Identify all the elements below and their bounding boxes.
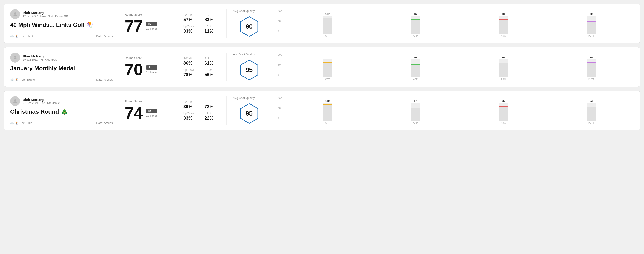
- bar-value-label: 98: [502, 13, 504, 15]
- chart-section: 100 50 0 101 OTT 86 APP 96: [272, 53, 634, 81]
- stats-section: FW Hit 86% GIR 61% Up/Down 78% 1 Putt 56…: [177, 53, 227, 81]
- data-source: Data: Arccos: [96, 34, 113, 38]
- updown-value: 78%: [184, 72, 199, 77]
- bar-x-label: ARG: [501, 78, 506, 81]
- quality-section: Avg Shot Quality 95: [227, 96, 272, 125]
- one-putt-stat: 1 Putt 56%: [204, 68, 220, 77]
- big-score: 74: [125, 105, 143, 121]
- tee-label: Tee: Black: [20, 34, 34, 38]
- quality-score: 95: [246, 110, 253, 117]
- big-score: 70: [125, 61, 143, 78]
- tee-info: ☁️ 🏌 Tee: Yellow: [10, 78, 35, 81]
- score-detail: +5 18 Holes: [146, 22, 158, 30]
- fw-hit-label: FW Hit: [184, 13, 199, 17]
- gir-value: 72%: [204, 104, 220, 109]
- holes-label: 18 Holes: [146, 27, 158, 30]
- gir-label: GIR: [204, 101, 220, 104]
- round-score-label: Round Score: [125, 100, 170, 103]
- bar-x-label: PUTT: [588, 122, 594, 124]
- round-score-label: Round Score: [125, 56, 170, 60]
- stats-section: FW Hit 36% GIR 72% Up/Down 33% 1 Putt 22…: [177, 96, 227, 125]
- updown-value: 33%: [184, 29, 199, 34]
- bar-x-label: APP: [413, 35, 418, 37]
- stats-grid: FW Hit 36% GIR 72% Up/Down 33% 1 Putt 22…: [184, 101, 220, 121]
- bag-icon: 🏌: [15, 78, 19, 81]
- round-score-label: Round Score: [125, 13, 170, 16]
- gir-stat: GIR 83%: [204, 13, 220, 22]
- chart-column: 86 APP: [373, 56, 458, 81]
- avatar: [10, 9, 20, 19]
- chart-column: 99 PUTT: [548, 56, 634, 81]
- card-left: Blair McHarg 29 Jan 2022 · Mill Ride GCC…: [10, 53, 118, 81]
- one-putt-label: 1 Putt: [204, 68, 220, 72]
- user-info: Blair McHarg 27 Dec 2021 · The Oxfordshi…: [23, 98, 60, 105]
- tee-label: Tee: Yellow: [20, 78, 35, 81]
- fw-hit-stat: FW Hit 86%: [184, 57, 199, 66]
- hexagon-container: 95: [233, 59, 265, 81]
- updown-label: Up/Down: [184, 112, 199, 115]
- score-section: Round Score 74 +2 18 Holes: [118, 96, 177, 125]
- bag-icon: 🏌: [15, 34, 19, 38]
- weather-icon: ☁️: [10, 121, 14, 125]
- gir-value: 83%: [204, 17, 220, 22]
- bar-value-label: 95: [502, 100, 504, 102]
- card-footer: ☁️ 🏌 Tee: Blue Data: Arccos: [10, 121, 113, 125]
- bar-x-label: ARG: [501, 122, 506, 124]
- card-footer: ☁️ 🏌 Tee: Black Data: Arccos: [10, 34, 113, 38]
- fw-hit-label: FW Hit: [184, 101, 199, 104]
- user-info: Blair McHarg 12 Feb 2022 · Royal North D…: [23, 11, 68, 18]
- updown-label: Up/Down: [184, 68, 199, 72]
- user-row: Blair McHarg 12 Feb 2022 · Royal North D…: [10, 9, 113, 19]
- y-label-100: 100: [278, 54, 282, 56]
- bar-value-label: 93: [590, 100, 592, 102]
- one-putt-value: 11%: [204, 29, 220, 34]
- bar-x-label: APP: [413, 122, 418, 124]
- score-badge: +5: [146, 22, 158, 26]
- stats-grid: FW Hit 86% GIR 61% Up/Down 78% 1 Putt 56…: [184, 57, 220, 77]
- chart-section: 100 50 0 107 OTT 95 APP 98: [272, 9, 634, 38]
- bar-value-label: 82: [590, 13, 592, 15]
- fw-hit-value: 86%: [184, 61, 199, 66]
- updown-stat: Up/Down 33%: [184, 25, 199, 34]
- big-score: 77: [125, 18, 143, 34]
- quality-section: Avg Shot Quality 90: [227, 9, 272, 38]
- score-row: 74 +2 18 Holes: [125, 105, 170, 121]
- round-card: Blair McHarg 27 Dec 2021 · The Oxfordshi…: [4, 91, 640, 130]
- avatar: [10, 96, 20, 106]
- y-label-0: 0: [278, 117, 282, 120]
- svg-point-0: [14, 12, 16, 14]
- data-source: Data: Arccos: [96, 78, 113, 81]
- gir-stat: GIR 72%: [204, 101, 220, 109]
- score-badge: -2: [146, 65, 158, 70]
- chart-column: 98 ARG: [461, 13, 546, 37]
- fw-hit-stat: FW Hit 57%: [184, 13, 199, 22]
- one-putt-value: 56%: [204, 72, 220, 77]
- stats-grid: FW Hit 57% GIR 83% Up/Down 33% 1 Putt 11…: [184, 13, 220, 34]
- user-name: Blair McHarg: [23, 54, 57, 58]
- y-label-50: 50: [278, 64, 282, 66]
- updown-stat: Up/Down 33%: [184, 112, 199, 121]
- gir-label: GIR: [204, 13, 220, 17]
- score-row: 77 +5 18 Holes: [125, 18, 170, 34]
- stats-section: FW Hit 57% GIR 83% Up/Down 33% 1 Putt 11…: [177, 9, 227, 38]
- one-putt-label: 1 Putt: [204, 25, 220, 28]
- y-label-0: 0: [278, 74, 282, 76]
- chart-column: 107 OTT: [285, 13, 370, 37]
- round-title: Christmas Round 🎄: [10, 108, 113, 115]
- fw-hit-label: FW Hit: [184, 57, 199, 60]
- bar-value-label: 101: [326, 56, 330, 59]
- card-left: Blair McHarg 12 Feb 2022 · Royal North D…: [10, 9, 118, 38]
- bar-value-label: 96: [502, 56, 504, 59]
- hexagon-container: 95: [233, 102, 265, 125]
- hexagon-container: 90: [233, 15, 265, 38]
- chart-column: 93 PUTT: [548, 100, 634, 124]
- chart-column: 110 OTT: [285, 100, 370, 124]
- bar-value-label: 95: [414, 13, 417, 15]
- holes-label: 18 Holes: [146, 114, 158, 117]
- chart-column: 82 PUTT: [548, 13, 634, 37]
- score-section: Round Score 77 +5 18 Holes: [118, 9, 177, 38]
- chart-column: 96 ARG: [461, 56, 546, 81]
- updown-value: 33%: [184, 116, 199, 121]
- weather-icon: ☁️: [10, 78, 14, 81]
- round-title: January Monthly Medal: [10, 65, 113, 72]
